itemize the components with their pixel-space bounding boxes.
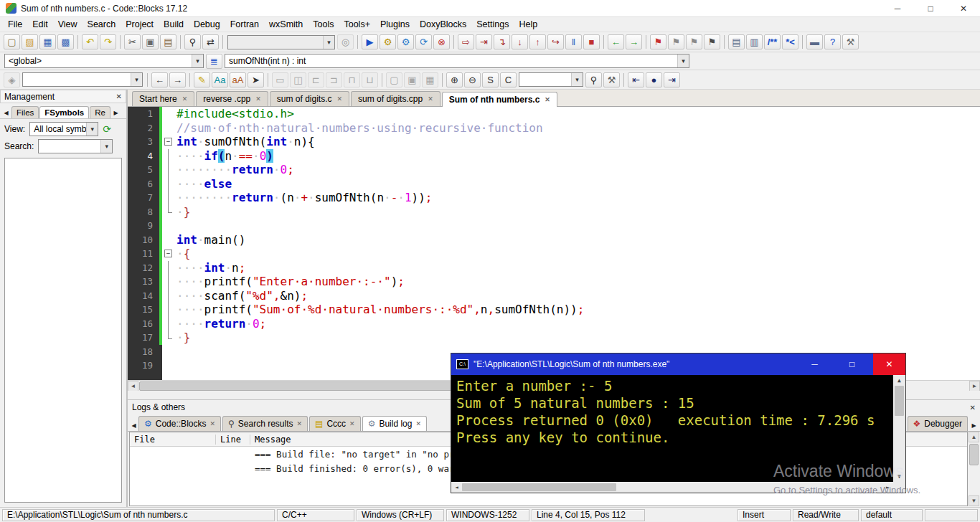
menu-tools-[interactable]: Tools+ — [339, 18, 374, 31]
close-icon[interactable]: ✕ — [116, 92, 122, 100]
code-text[interactable]: ····int·n; — [174, 261, 980, 275]
run-button[interactable]: ▶ — [362, 34, 378, 49]
chevron-down-icon[interactable]: ▾ — [323, 36, 334, 49]
step-into-button[interactable]: ↓ — [512, 34, 528, 49]
editor-tab[interactable]: sum of digits.c✕ — [270, 91, 349, 106]
menu-edit[interactable]: Edit — [27, 18, 53, 31]
wx-class-combo[interactable]: ▾ — [22, 72, 143, 87]
show-log-window-button[interactable]: ▬ — [806, 34, 823, 49]
console-hscrollbar[interactable]: ◄ ► — [451, 482, 893, 493]
menu-build[interactable]: Build — [159, 18, 189, 31]
console-close-button[interactable]: ✕ — [873, 353, 905, 375]
code-text[interactable]: ····else — [174, 177, 980, 191]
collapse-icon[interactable]: − — [164, 138, 172, 146]
chevron-down-icon[interactable]: ▾ — [131, 73, 142, 86]
chevron-down-icon[interactable]: ▾ — [192, 54, 203, 67]
close-icon[interactable]: ✕ — [182, 95, 188, 103]
copy-button[interactable]: ▣ — [142, 34, 159, 49]
select-mode-button[interactable]: ➤ — [248, 72, 264, 87]
next-instruction-button[interactable]: ↪ — [547, 34, 564, 49]
editor-tab[interactable]: sum of digits.cpp✕ — [351, 91, 440, 106]
doxy-view-doc-button[interactable]: ▥ — [746, 34, 763, 49]
window-close-button[interactable]: ✕ — [947, 0, 980, 16]
prev-bookmark-button[interactable]: ⚑ — [668, 34, 684, 49]
scroll-track[interactable] — [893, 386, 905, 471]
editor-tab[interactable]: reverse .cpp✕ — [196, 91, 268, 106]
close-icon[interactable]: ✕ — [209, 420, 215, 427]
code-text[interactable] — [174, 219, 980, 233]
doxy-extract-doc-button[interactable]: ▤ — [728, 34, 745, 49]
log-tab-build[interactable]: ⚙Build log✕ — [362, 416, 427, 431]
menu-wxsmith[interactable]: wxSmith — [264, 18, 308, 31]
menu-doxyblocks[interactable]: DoxyBlocks — [415, 18, 471, 31]
next-line-button[interactable]: ↴ — [494, 34, 510, 49]
menu-search[interactable]: Search — [83, 18, 121, 31]
menu-fortran[interactable]: Fortran — [225, 18, 264, 31]
highlight-mode-button[interactable]: ✎ — [194, 72, 210, 87]
scroll-down-icon[interactable]: ▼ — [893, 471, 905, 482]
menu-tools[interactable]: Tools — [308, 18, 339, 31]
log-tab-codeblocks[interactable]: ⚙Code::Blocks✕ — [138, 416, 221, 431]
scroll-down-icon[interactable]: ▼ — [969, 495, 979, 506]
console-titlebar[interactable]: C:\ "E:\Application\STL\Logic\Sum of nth… — [451, 353, 905, 375]
help-button[interactable]: ? — [824, 34, 841, 49]
management-tab-re[interactable]: Re — [90, 106, 110, 118]
code-text[interactable]: ·} — [174, 331, 980, 345]
code-editor[interactable]: 1#include<stdio.h>2//sum·of·nth·natural·… — [128, 107, 980, 380]
tab-scroll-left-icon[interactable]: ◀ — [129, 419, 138, 431]
stop-debugger-button[interactable]: ■ — [583, 34, 600, 49]
console-minimize-button[interactable]: ─ — [798, 353, 831, 375]
debug-continue-button[interactable]: ⇨ — [458, 34, 474, 49]
uppercase-button[interactable]: Aa — [212, 72, 228, 87]
jump-record-button[interactable]: ● — [646, 72, 662, 87]
chevron-down-icon[interactable]: ▾ — [571, 73, 583, 86]
code-text[interactable]: ····if(n·==·0) — [174, 149, 980, 163]
close-icon[interactable]: ✕ — [349, 420, 355, 427]
cut-button[interactable]: ✂ — [124, 34, 141, 49]
code-text[interactable]: ·} — [174, 205, 980, 219]
fold-toggle[interactable]: − — [162, 135, 174, 149]
clear-bookmarks-button[interactable]: ⚑ — [704, 34, 720, 49]
management-tab-files[interactable]: Files — [11, 106, 39, 118]
view-combo[interactable]: All local symbc ▾ — [29, 122, 98, 136]
code-text[interactable]: #include<stdio.h> — [174, 107, 980, 121]
tab-scroll-left-icon[interactable]: ◀ — [1, 107, 11, 118]
window-minimize-button[interactable]: ─ — [881, 0, 914, 16]
scroll-up-icon[interactable]: ▲ — [969, 432, 979, 442]
scroll-thumb[interactable] — [462, 483, 616, 491]
close-icon[interactable]: ✕ — [970, 404, 976, 412]
zoom-out-button[interactable]: ⊖ — [464, 72, 481, 87]
scroll-thumb[interactable] — [969, 444, 979, 465]
nav-forward-button[interactable]: → — [169, 72, 186, 87]
refresh-symbols-icon[interactable]: ⟳ — [103, 123, 111, 135]
window-maximize-button[interactable]: □ — [914, 0, 947, 16]
scroll-left-icon[interactable]: ◄ — [128, 381, 138, 392]
search-scope-combo[interactable]: ▾ — [519, 72, 583, 87]
nav-back-button[interactable]: ← — [151, 72, 168, 87]
paste-button[interactable]: ▤ — [160, 34, 176, 49]
toggle-bookmark-button[interactable]: ⚑ — [650, 34, 666, 49]
new-file-button[interactable]: ▢ — [4, 34, 20, 49]
run-to-cursor-button[interactable]: ⇥ — [476, 34, 492, 49]
close-icon[interactable]: ✕ — [297, 420, 303, 427]
configure-tools-button[interactable]: ⚒ — [842, 34, 859, 49]
menu-debug[interactable]: Debug — [189, 18, 225, 31]
code-text[interactable]: ········return·(n·+·sumOfNth(n·-·1)); — [174, 191, 980, 205]
undo-button[interactable]: ↶ — [82, 34, 98, 49]
close-icon[interactable]: ✕ — [255, 95, 261, 103]
scroll-right-icon[interactable]: ► — [969, 381, 980, 392]
editor-tab[interactable]: Sum of nth numbers.c✕ — [442, 92, 557, 107]
chevron-down-icon[interactable]: ▾ — [86, 123, 98, 136]
tab-scroll-right-icon[interactable]: ▶ — [111, 107, 121, 118]
browse-back-button[interactable]: ← — [608, 34, 624, 49]
symbols-tree[interactable] — [4, 158, 122, 503]
column-line[interactable]: Line — [216, 435, 250, 445]
logs-vscrollbar[interactable]: ▲ ▼ — [969, 432, 979, 506]
code-text[interactable]: //sum·of·nth·natural·numbers·using·recur… — [174, 121, 980, 136]
open-file-button[interactable]: ▨ — [22, 34, 38, 49]
close-icon[interactable]: ✕ — [428, 95, 433, 103]
options-wrench-button[interactable]: ⚒ — [603, 72, 620, 87]
symbol-search-combo[interactable]: ▾ — [38, 139, 113, 153]
menu-view[interactable]: View — [53, 18, 83, 31]
menu-plugins[interactable]: Plugins — [375, 18, 415, 31]
